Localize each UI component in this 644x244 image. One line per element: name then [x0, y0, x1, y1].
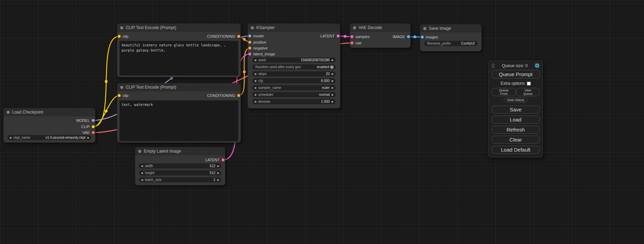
batch-size-widget[interactable]: ◀ batch_size 1 ▶	[139, 177, 221, 182]
decrement-arrow-icon[interactable]: ◀	[254, 73, 256, 75]
input-slot-vae[interactable]: vae	[350, 40, 362, 46]
decrement-arrow-icon[interactable]: ◀	[254, 80, 256, 82]
negative-prompt-textarea[interactable]: text, watermark	[120, 100, 238, 141]
view-queue-button[interactable]: View Queue	[516, 88, 540, 96]
input-slot-clip[interactable]: clip	[117, 93, 129, 98]
increment-arrow-icon[interactable]: ▶	[332, 80, 334, 82]
image-slot-dot[interactable]	[421, 36, 424, 38]
output-slot-clip[interactable]: CLIP	[81, 124, 95, 129]
increment-arrow-icon[interactable]: ▶	[332, 73, 334, 75]
queue-front-button[interactable]: Queue Front	[492, 88, 516, 96]
widget-value[interactable]: 512	[210, 171, 215, 175]
increment-arrow-icon[interactable]: ▶	[332, 87, 334, 89]
increment-arrow-icon[interactable]: ▶	[218, 165, 219, 167]
graph-canvas[interactable]: Load Checkpoint MODEL CLIP VAE ◀ ckpt_na…	[0, 0, 644, 244]
conditioning-slot-dot[interactable]	[237, 94, 240, 97]
random-seed-toggle-widget[interactable]: Random seed after every gen enabled	[252, 64, 336, 70]
decrement-arrow-icon[interactable]: ◀	[254, 100, 256, 103]
node-title-bar[interactable]: Save Image	[420, 24, 482, 33]
vae-slot-dot[interactable]	[351, 42, 353, 44]
widget-value[interactable]: euler	[322, 86, 329, 90]
conditioning-slot-dot[interactable]	[248, 41, 251, 44]
input-slot-positive[interactable]: positive	[248, 39, 266, 45]
node-ksampler[interactable]: KSampler model LATENT positive negative …	[248, 24, 340, 108]
widget-value[interactable]: 156680208700286	[301, 58, 329, 62]
widget-value[interactable]: enabled	[317, 65, 329, 69]
conditioning-slot-dot[interactable]	[248, 47, 251, 49]
clip-slot-dot[interactable]	[92, 125, 95, 128]
widget-value[interactable]: 8.000	[321, 79, 330, 83]
input-slot-model[interactable]: model	[248, 33, 264, 39]
denoise-widget[interactable]: ◀ denoise 1.000 ▶	[252, 99, 336, 104]
ckpt-name-widget[interactable]: ◀ ckpt_name v1-5-pruned-emaonly.ckpt ▶	[7, 135, 91, 140]
widget-value[interactable]: 1	[213, 178, 215, 182]
decrement-arrow-icon[interactable]: ◀	[141, 179, 143, 181]
settings-gear-icon[interactable]	[535, 63, 540, 68]
node-status-dot[interactable]	[120, 86, 123, 89]
decrement-arrow-icon[interactable]: ◀	[141, 165, 143, 167]
vae-slot-dot[interactable]	[92, 131, 95, 134]
decrement-arrow-icon[interactable]: ◀	[254, 59, 256, 61]
toggle-indicator-dot[interactable]	[330, 65, 334, 69]
steps-widget[interactable]: ◀ steps 20 ▶	[252, 71, 336, 76]
output-slot-latent[interactable]: LATENT	[205, 157, 225, 163]
conditioning-slot-dot[interactable]	[237, 35, 240, 38]
decrement-arrow-icon[interactable]: ◀	[254, 87, 256, 89]
view-history-button[interactable]: View History	[504, 98, 528, 102]
input-slot-negative[interactable]: negative	[248, 45, 268, 51]
increment-arrow-icon[interactable]: ▶	[88, 136, 89, 139]
queue-prompt-button[interactable]: Queue Prompt	[492, 70, 540, 79]
model-slot-dot[interactable]	[248, 35, 251, 37]
drag-handle-icon[interactable]	[492, 63, 495, 68]
node-title-bar[interactable]: CLIP Text Encode (Prompt)	[117, 83, 241, 91]
latent-slot-dot[interactable]	[337, 35, 339, 37]
input-slot-latent-image[interactable]: latent_image	[248, 51, 275, 57]
node-title-bar[interactable]: Load Checkpoint	[3, 108, 95, 116]
latent-slot-dot[interactable]	[222, 159, 224, 161]
node-status-dot[interactable]	[423, 27, 426, 30]
node-status-dot[interactable]	[251, 26, 254, 29]
increment-arrow-icon[interactable]: ▶	[218, 179, 219, 181]
node-status-dot[interactable]	[353, 26, 356, 29]
output-slot-vae[interactable]: VAE	[82, 130, 95, 135]
width-widget[interactable]: ◀ width 512 ▶	[139, 163, 221, 169]
output-slot-latent[interactable]: LATENT	[320, 33, 340, 39]
node-clip-text-encode-positive[interactable]: CLIP Text Encode (Prompt) clip CONDITION…	[117, 24, 241, 77]
widget-value[interactable]: v1-5-pruned-emaonly.ckpt	[45, 136, 85, 139]
node-save-image[interactable]: Save Image images filename_prefix ComfyU…	[420, 24, 482, 51]
cfg-widget[interactable]: ◀ cfg 8.000 ▶	[252, 78, 336, 83]
positive-prompt-textarea[interactable]: beautiful scenery nature glass bottle la…	[120, 41, 238, 75]
latent-slot-dot[interactable]	[351, 35, 353, 38]
node-status-dot[interactable]	[120, 26, 123, 29]
model-slot-dot[interactable]	[92, 119, 95, 122]
node-load-checkpoint[interactable]: Load Checkpoint MODEL CLIP VAE ◀ ckpt_na…	[3, 108, 95, 143]
sampler-name-widget[interactable]: ◀ sampler_name euler ▶	[252, 85, 336, 90]
scheduler-widget[interactable]: ◀ scheduler normal ▶	[252, 92, 336, 97]
input-slot-images[interactable]: images	[420, 34, 438, 40]
node-title-bar[interactable]: KSampler	[248, 24, 340, 32]
increment-arrow-icon[interactable]: ▶	[332, 93, 334, 96]
widget-value[interactable]: 20	[326, 72, 329, 76]
node-empty-latent-image[interactable]: Empty Latent Image LATENT ◀ width 512 ▶ …	[135, 147, 225, 185]
widget-value[interactable]: 512	[210, 164, 215, 168]
widget-value[interactable]: 1.000	[321, 100, 330, 103]
increment-arrow-icon[interactable]: ▶	[332, 100, 334, 103]
output-slot-conditioning[interactable]: CONDITIONING	[207, 93, 241, 98]
load-button[interactable]: Load	[492, 116, 540, 124]
image-slot-dot[interactable]	[407, 35, 410, 38]
output-slot-model[interactable]: MODEL	[76, 118, 95, 123]
node-vae-decode[interactable]: VAE Decode samples IMAGE vae	[350, 24, 411, 48]
latent-slot-dot[interactable]	[248, 53, 251, 55]
clear-button[interactable]: Clear	[492, 136, 540, 144]
node-title-bar[interactable]: VAE Decode	[350, 24, 411, 32]
decrement-arrow-icon[interactable]: ◀	[9, 136, 11, 139]
node-title-bar[interactable]: CLIP Text Encode (Prompt)	[117, 24, 241, 32]
refresh-button[interactable]: Refresh	[492, 126, 540, 134]
load-default-button[interactable]: Load Default	[492, 146, 540, 154]
height-widget[interactable]: ◀ height 512 ▶	[139, 170, 221, 175]
decrement-arrow-icon[interactable]: ◀	[141, 172, 143, 174]
output-slot-conditioning[interactable]: CONDITIONING	[207, 34, 241, 39]
clip-slot-dot[interactable]	[118, 35, 121, 38]
increment-arrow-icon[interactable]: ▶	[332, 59, 334, 61]
clip-slot-dot[interactable]	[118, 94, 121, 97]
